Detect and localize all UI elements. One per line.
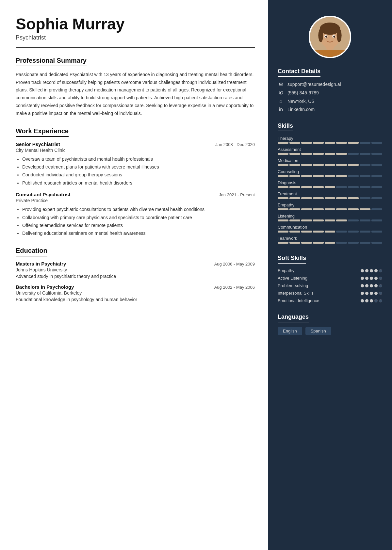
skill-item: Treatment [278, 191, 382, 199]
skill-bar [278, 231, 382, 233]
soft-skill-item: Problem-solving [278, 283, 382, 288]
skill-item: Assessment [278, 147, 382, 155]
candidate-title: Psychiatrist [16, 34, 255, 41]
skill-bar [278, 242, 382, 244]
job-item-0: Senior Psychiatrist Jan 2008 - Dec 2020 … [16, 141, 255, 187]
soft-skills-section: Soft Skills EmpathyActive ListeningProbl… [268, 255, 392, 306]
edu-header-1: Bachelors in Psychology Aug 2002 - May 2… [16, 284, 255, 290]
skill-item: Teamwork [278, 236, 382, 244]
edu-item-1: Bachelors in Psychology Aug 2002 - May 2… [16, 284, 255, 302]
list-item: Conducted individual and group therapy s… [22, 171, 255, 178]
soft-skill-label: Empathy [278, 268, 361, 273]
candidate-name: Sophia Murray [16, 16, 255, 33]
skills-section: Skills TherapyAssessmentMedicationCounse… [268, 122, 392, 247]
job-bullets-0: Oversaw a team of psychiatrists and ment… [16, 155, 255, 187]
soft-skill-item: Interpersonal Skills [278, 291, 382, 296]
summary-text: Passionate and dedicated Psychiatrist wi… [16, 71, 255, 118]
job-title-0: Senior Psychiatrist [16, 141, 60, 147]
skill-item: Empathy [278, 202, 382, 210]
lang-tags-container: EnglishSpanish [278, 327, 382, 335]
job-header-1: Consultant Psychiatrist Jan 2021 - Prese… [16, 192, 255, 197]
list-item: Published research articles on mental he… [22, 179, 255, 186]
contact-location: ⌂ NewYork, US [278, 98, 382, 104]
skill-label: Diagnosis [278, 180, 382, 185]
job-company-0: City Mental Health Clinic [16, 148, 255, 153]
skill-label: Medication [278, 158, 382, 163]
soft-skill-label: Interpersonal Skills [278, 291, 361, 296]
contact-linkedin: in LinkedIn.com [278, 106, 382, 112]
job-bullets-1: Providing expert psychiatric consultatio… [16, 206, 255, 237]
soft-skill-label: Active Listening [278, 276, 361, 281]
phone-icon: ✆ [278, 90, 284, 96]
left-panel: Sophia Murray Psychiatrist Professional … [0, 0, 268, 550]
soft-skill-dots [361, 277, 382, 280]
edu-header-0: Masters in Psychiatry Aug 2006 - May 200… [16, 261, 255, 267]
right-panel: Contact Details ✉ support@resumedesign.a… [268, 0, 392, 550]
languages-section: Languages EnglishSpanish [268, 314, 392, 335]
soft-skill-item: Emotional Intelligence [278, 298, 382, 303]
svg-rect-11 [313, 50, 347, 57]
contact-email: ✉ support@resumedesign.ai [278, 81, 382, 87]
work-experience-title: Work Experience [16, 127, 69, 137]
skill-bar [278, 175, 382, 177]
skill-label: Communication [278, 225, 382, 230]
job-item-1: Consultant Psychiatrist Jan 2021 - Prese… [16, 192, 255, 237]
summary-section: Professional Summary Passionate and dedi… [16, 57, 255, 118]
job-date-0: Jan 2008 - Dec 2020 [215, 142, 255, 147]
list-item: Providing expert psychiatric consultatio… [22, 206, 255, 213]
location-value: NewYork, US [287, 99, 315, 104]
language-tag: English [278, 327, 302, 335]
list-item: Delivering educational seminars on menta… [22, 230, 255, 237]
list-item: Oversaw a team of psychiatrists and ment… [22, 155, 255, 163]
skill-item: Diagnosis [278, 180, 382, 188]
skill-bar [278, 142, 382, 144]
skill-item: Medication [278, 158, 382, 166]
svg-point-9 [325, 36, 327, 38]
soft-skill-dots [361, 299, 382, 302]
languages-section-title: Languages [278, 314, 309, 322]
contact-section: Contact Details ✉ support@resumedesign.a… [268, 68, 392, 115]
skill-item: Counseling [278, 169, 382, 177]
skill-bar [278, 153, 382, 155]
job-title-1: Consultant Psychiatrist [16, 192, 71, 197]
skills-container: TherapyAssessmentMedicationCounselingDia… [278, 136, 382, 244]
skills-section-title: Skills [278, 122, 293, 131]
education-title: Education [16, 247, 47, 256]
list-item: Offering telemedicine services for remot… [22, 222, 255, 229]
skill-item: Communication [278, 225, 382, 233]
soft-skill-item: Empathy [278, 268, 382, 273]
skill-bar [278, 164, 382, 166]
skill-bar [278, 219, 382, 221]
location-icon: ⌂ [278, 98, 284, 104]
skill-label: Therapy [278, 136, 382, 141]
edu-degree-1: Bachelors in Psychology [16, 284, 74, 290]
contact-section-title: Contact Details [278, 68, 320, 77]
linkedin-icon: in [278, 106, 284, 112]
work-experience-section: Work Experience Senior Psychiatrist Jan … [16, 127, 255, 237]
soft-skills-section-title: Soft Skills [278, 255, 306, 264]
soft-skill-item: Active Listening [278, 276, 382, 281]
skill-bar [278, 197, 382, 199]
skill-item: Listening [278, 214, 382, 221]
skill-label: Teamwork [278, 236, 382, 241]
linkedin-value: LinkedIn.com [287, 107, 315, 112]
edu-desc-1: Foundational knowledge in psychology and… [16, 297, 255, 302]
language-tag: Spanish [305, 327, 331, 335]
edu-desc-0: Advanced study in psychiatric theory and… [16, 274, 255, 279]
soft-skill-label: Problem-solving [278, 283, 361, 288]
skill-bar [278, 186, 382, 188]
skill-label: Treatment [278, 191, 382, 196]
job-company-1: Private Practice [16, 198, 255, 203]
soft-skill-label: Emotional Intelligence [278, 298, 361, 303]
skill-label: Empathy [278, 202, 382, 207]
list-item: Developed treatment plans for patients w… [22, 163, 255, 170]
soft-skill-dots [361, 269, 382, 272]
skill-label: Assessment [278, 147, 382, 152]
phone-value: (555) 345-6789 [287, 90, 319, 95]
edu-item-0: Masters in Psychiatry Aug 2006 - May 200… [16, 261, 255, 279]
skill-item: Therapy [278, 136, 382, 144]
edu-date-1: Aug 2002 - May 2006 [214, 285, 255, 290]
soft-skills-container: EmpathyActive ListeningProblem-solvingIn… [278, 268, 382, 303]
contact-phone: ✆ (555) 345-6789 [278, 90, 382, 96]
skill-label: Counseling [278, 169, 382, 174]
